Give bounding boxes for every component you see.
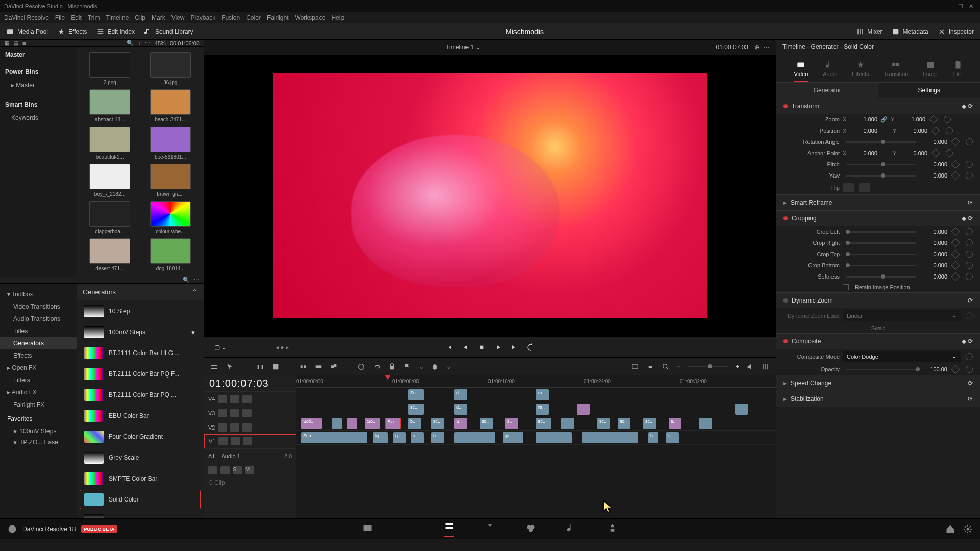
track-row-v4[interactable]: Sc..d..ra..: [296, 388, 776, 402]
menu-edit[interactable]: Edit: [71, 14, 82, 21]
crop-right[interactable]: 0.000: [922, 240, 947, 246]
retain-checkbox[interactable]: [843, 284, 849, 290]
fx-generators[interactable]: Generators: [0, 337, 77, 349]
flip-h[interactable]: [843, 183, 854, 192]
stop-icon[interactable]: [478, 343, 486, 352]
thumb-item[interactable]: beautiful-1...: [82, 127, 138, 160]
fx-titles[interactable]: Titles: [0, 325, 77, 337]
mixer-button[interactable]: Mixer: [856, 28, 882, 36]
thumb-item[interactable]: 2.png: [82, 52, 138, 85]
zoom-custom-icon[interactable]: [662, 363, 670, 371]
crop-top[interactable]: 0.000: [922, 251, 947, 257]
thumb-item[interactable]: bee-561801...: [142, 127, 199, 160]
anchor-x[interactable]: 0.000: [852, 150, 877, 156]
inout-dropdown[interactable]: ▢ ⌄: [214, 344, 227, 351]
trim-tool-icon[interactable]: [241, 363, 249, 371]
section-cropping[interactable]: Cropping◆ ⟳: [776, 210, 980, 226]
yaw[interactable]: 0.000: [922, 172, 947, 179]
blade-tool-icon[interactable]: [272, 363, 280, 371]
track-v2[interactable]: V2: [204, 420, 296, 434]
section-transform[interactable]: Transform◆ ⟳: [776, 98, 980, 114]
media-pool-button[interactable]: Media Pool: [6, 28, 48, 36]
page-cut[interactable]: [403, 523, 413, 535]
overwrite-icon[interactable]: [314, 363, 323, 371]
bin-smart[interactable]: Smart Bins: [5, 101, 71, 108]
lock-icon[interactable]: [388, 363, 396, 371]
mode-generator[interactable]: Generator: [776, 83, 878, 98]
bin-master[interactable]: Master: [5, 51, 71, 58]
fx-openfx[interactable]: ▸ Open FX: [0, 362, 77, 374]
timeline-ruler[interactable]: 01:00:00:0001:00:08:0001:00:16:0001:00:2…: [296, 375, 776, 388]
insp-tab-file[interactable]: File: [953, 60, 963, 82]
zoom-out[interactable]: −: [677, 363, 680, 370]
menu-fairlight[interactable]: Fairlight: [267, 14, 289, 21]
thumb-item[interactable]: abstract-18...: [82, 89, 138, 122]
menu-resolve[interactable]: DaVinci Resolve: [4, 14, 49, 21]
flag-icon[interactable]: [403, 363, 411, 371]
thumb-item[interactable]: brown gra...: [142, 164, 199, 197]
viewer[interactable]: [204, 55, 776, 337]
zoom-x[interactable]: 1.000: [852, 116, 877, 122]
track-a1[interactable]: A1 Audio 12.0: [204, 448, 296, 463]
page-fusion[interactable]: [485, 523, 495, 535]
section-stabilization[interactable]: ▸Stabilization⟳: [776, 391, 980, 407]
sound-library-button[interactable]: Sound Library: [144, 28, 193, 36]
track-row-a1[interactable]: [296, 445, 776, 459]
insert-icon[interactable]: [299, 363, 307, 371]
retime-icon[interactable]: [357, 363, 365, 371]
zoom-in[interactable]: +: [736, 363, 739, 370]
menu-trim[interactable]: Trim: [88, 14, 100, 21]
effects-button[interactable]: Effects: [57, 28, 87, 36]
menu-timeline[interactable]: Timeline: [106, 14, 129, 21]
flip-v[interactable]: [859, 183, 870, 192]
fx-item[interactable]: BT.2111 Color Bar HLG ...: [80, 343, 201, 363]
mixer-toggle-icon[interactable]: [762, 363, 770, 371]
fx-search-icon[interactable]: 🔍: [183, 277, 190, 283]
fx-item[interactable]: Grey Scale: [80, 448, 201, 467]
section-speed[interactable]: ▸Speed Change⟳: [776, 375, 980, 391]
bin-power-master[interactable]: ▸ Master: [5, 80, 71, 91]
menu-clip[interactable]: Clip: [135, 14, 145, 21]
fx-item[interactable]: BT.2111 Color Bar PQ ...: [80, 385, 201, 405]
settings-icon[interactable]: [963, 524, 973, 534]
fx-item[interactable]: Solid Color: [80, 490, 201, 509]
thumb-item[interactable]: beach-3471...: [142, 89, 199, 122]
crop-bottom[interactable]: 0.000: [922, 262, 947, 268]
fx-filters[interactable]: Filters: [0, 374, 77, 386]
layout-strip-icon[interactable]: ≡: [22, 40, 26, 46]
thumb-item[interactable]: clapperboa...: [82, 201, 138, 234]
close-button[interactable]: ✕: [966, 3, 976, 10]
fx-item[interactable]: SMPTE Color Bar: [80, 469, 201, 488]
track-v3[interactable]: V3: [204, 406, 296, 420]
thumb-item[interactable]: desert-471...: [82, 238, 138, 271]
fx-video-transitions[interactable]: Video Transitions: [0, 300, 77, 313]
thumb-item[interactable]: 36.jpg: [142, 52, 199, 85]
fx-item[interactable]: BT.2111 Color Bar PQ F...: [80, 364, 201, 384]
fx-item[interactable]: EBU Color Bar: [80, 406, 201, 425]
selection-tool-icon[interactable]: [226, 363, 234, 371]
track-a1-controls[interactable]: SM: [204, 463, 296, 477]
thumb-item[interactable]: colour-whe...: [142, 201, 199, 234]
zoom-detail-icon[interactable]: [646, 363, 654, 371]
anchor-y[interactable]: 0.000: [902, 150, 927, 156]
composite-mode-select[interactable]: Color Dodge⌄: [843, 351, 961, 362]
bin-keywords[interactable]: Keywords: [5, 112, 71, 123]
home-icon[interactable]: [945, 524, 955, 534]
viewer-more-icon[interactable]: ⋯: [764, 44, 770, 51]
fx-fairlight[interactable]: Fairlight FX: [0, 398, 77, 411]
more-icon[interactable]: ⋯: [145, 40, 151, 46]
search-icon[interactable]: 🔍: [127, 40, 134, 46]
page-deliver[interactable]: [607, 523, 618, 535]
page-color[interactable]: [526, 523, 536, 535]
layout-list-icon[interactable]: ▦: [4, 40, 9, 46]
sort-icon[interactable]: ↕: [138, 40, 141, 46]
page-fairlight[interactable]: [567, 523, 577, 535]
maximize-button[interactable]: ☐: [955, 3, 966, 10]
fx-effects[interactable]: Effects: [0, 349, 77, 362]
marker-icon[interactable]: [431, 363, 439, 371]
timeline-name[interactable]: Timeline 1 ⌄: [210, 44, 716, 51]
opacity[interactable]: 100.00: [922, 366, 947, 372]
metadata-button[interactable]: Metadata: [892, 28, 928, 36]
zoom-fit-icon[interactable]: [631, 363, 639, 371]
fx-item[interactable]: 10 Step: [80, 302, 201, 321]
